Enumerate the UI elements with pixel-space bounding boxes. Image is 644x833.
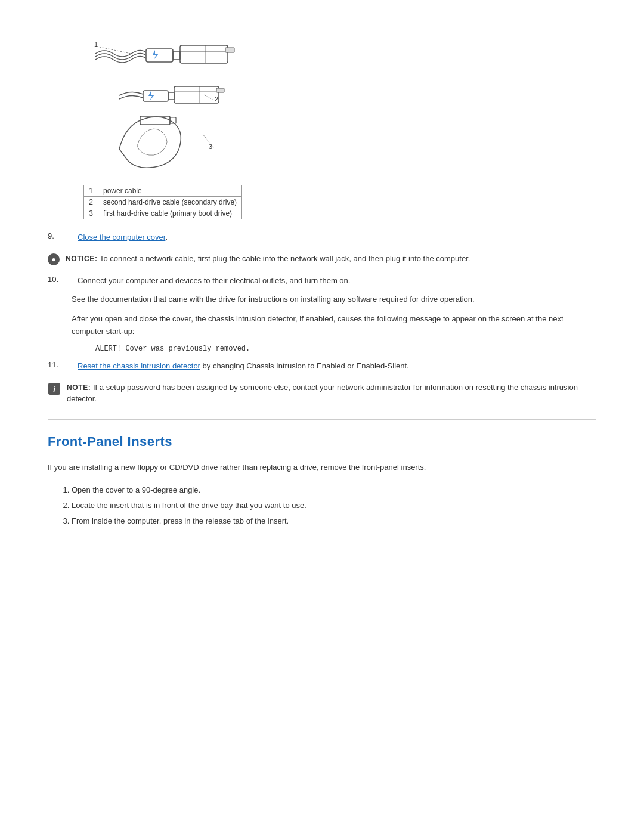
body-text-1-wrapper: See the documentation that came with the… (72, 293, 596, 306)
front-panel-steps: Open the cover to a 90-degree angle. Loc… (72, 484, 596, 528)
reset-detector-link[interactable]: Reset the chassis intrusion detector (78, 361, 200, 370)
note-icon: i (48, 382, 61, 395)
note-text: NOTE: If a setup password has been assig… (67, 382, 596, 405)
svg-rect-8 (143, 91, 168, 101)
svg-rect-6 (225, 48, 234, 52)
step-10: 10. Connect your computer and devices to… (48, 275, 596, 287)
step-10-number: 10. (48, 275, 78, 284)
notice-label: NOTICE: (66, 255, 98, 263)
front-panel-step-1: Open the cover to a 90-degree angle. (72, 484, 596, 497)
legend-row-2: 2 second hard-drive cable (secondary dri… (84, 197, 242, 208)
notice-box: ● NOTICE: To connect a network cable, fi… (48, 253, 596, 265)
svg-rect-13 (216, 88, 224, 92)
note-box: i NOTE: If a setup password has been ass… (48, 382, 596, 405)
cable-diagram-svg: 1 2 (83, 24, 250, 179)
diagram-section: 1 2 (48, 24, 596, 219)
svg-rect-1 (146, 49, 173, 62)
notice-icon: ● (48, 253, 60, 265)
body-text-2: After you open and close the cover, the … (72, 313, 596, 338)
diagram-image: 1 2 (83, 24, 250, 179)
svg-line-18 (203, 94, 213, 100)
svg-rect-2 (173, 51, 180, 60)
svg-line-17 (97, 47, 131, 54)
step-9: 9. Close the computer cover. (48, 231, 596, 243)
svg-rect-9 (168, 92, 174, 100)
legend-row-1: 1 power cable (84, 185, 242, 197)
notice-content: To connect a network cable, first plug t… (98, 254, 470, 263)
step-10-text: Connect your computer and devices to the… (78, 275, 350, 287)
step-11: 11. Reset the chassis intrusion detector… (48, 360, 596, 372)
step-11-text: Reset the chassis intrusion detector by … (78, 360, 409, 372)
svg-text:2: 2 (215, 95, 218, 103)
step-11-number: 11. (48, 360, 78, 369)
legend-text-2: second hard-drive cable (secondary drive… (98, 197, 242, 208)
note-content: If a setup password has been assigned by… (67, 383, 578, 404)
note-label: NOTE: (67, 383, 91, 392)
body-text-1: See the documentation that came with the… (72, 293, 596, 306)
svg-rect-15 (140, 116, 170, 125)
legend-num-2: 2 (84, 197, 98, 208)
legend-text-3: first hard-drive cable (primary boot dri… (98, 208, 242, 219)
legend-num-1: 1 (84, 185, 98, 197)
front-panel-step-3: From inside the computer, press in the r… (72, 515, 596, 528)
legend-text-1: power cable (98, 185, 242, 197)
svg-rect-3 (180, 45, 228, 63)
section-divider (48, 419, 596, 420)
front-panel-title: Front-Panel Inserts (48, 434, 596, 450)
front-panel-section: Front-Panel Inserts If you are installin… (48, 434, 596, 528)
body-text-2-wrapper: After you open and close the cover, the … (72, 313, 596, 354)
step-9-text: Close the computer cover. (78, 231, 168, 243)
step-11-suffix: by changing Chassis Intrusion to Enabled… (200, 361, 409, 370)
svg-text:i: i (53, 385, 55, 394)
legend-row-3: 3 first hard-drive cable (primary boot d… (84, 208, 242, 219)
legend-table: 1 power cable 2 second hard-drive cable … (83, 185, 242, 219)
front-panel-step-2: Locate the insert that is in front of th… (72, 499, 596, 512)
front-panel-intro: If you are installing a new floppy or CD… (48, 462, 596, 474)
notice-text: NOTICE: To connect a network cable, firs… (66, 253, 470, 265)
svg-rect-10 (174, 86, 219, 103)
close-cover-link[interactable]: Close the computer cover (78, 233, 165, 241)
legend-num-3: 3 (84, 208, 98, 219)
step-9-number: 9. (48, 231, 78, 240)
alert-code: ALERT! Cover was previously removed. (95, 345, 596, 353)
